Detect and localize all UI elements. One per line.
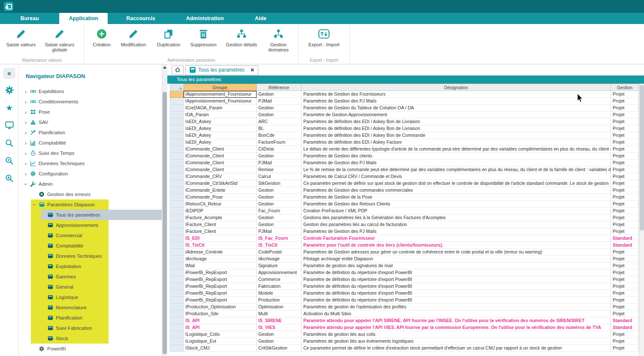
cell-reference[interactable]: CritStkGestion bbox=[257, 345, 302, 352]
cell-groupe[interactable]: IFacture_Acompte bbox=[184, 214, 257, 221]
cell-gestion[interactable]: Projet bbox=[611, 249, 639, 256]
cell-groupe[interactable]: IArchivage bbox=[184, 256, 257, 262]
cell-designation[interactable]: Paramètres de Gestion des Fournisseurs bbox=[302, 91, 611, 98]
table-row[interactable]: ICommande_ClientPJMailParamètres de Gest… bbox=[170, 160, 644, 166]
cell-designation[interactable]: Ce paramètre permet de définir sur quel … bbox=[302, 180, 611, 187]
menu-tab-bureau[interactable]: Bureau bbox=[0, 13, 59, 24]
cell-reference[interactable]: Remise bbox=[257, 166, 302, 173]
cell-reference[interactable]: Commerce bbox=[257, 276, 302, 283]
tree-item-pose[interactable]: ›Pose bbox=[19, 107, 162, 117]
cell-gestion[interactable]: Projet bbox=[611, 214, 639, 221]
cell-groupe[interactable]: ICreDAOA_Param bbox=[184, 105, 257, 112]
tree-item-parametres-diapason[interactable]: ›Paramètres Diapason bbox=[19, 199, 162, 210]
cell-designation[interactable]: Paramètre de gestion des signatures de m… bbox=[302, 262, 611, 269]
cell-designation[interactable]: Paramètres de Gestion des PJ Mails bbox=[302, 98, 611, 105]
chevron-collapsed-icon[interactable]: › bbox=[22, 119, 29, 126]
close-tab-icon[interactable]: × bbox=[251, 67, 254, 73]
tab-tous-les-parametres[interactable]: Tous les paramètres × bbox=[185, 65, 258, 75]
cell-designation[interactable]: Paramètres de Calcul CRV / Commande et D… bbox=[302, 173, 611, 180]
cell-groupe[interactable]: IsEDI_Askey bbox=[184, 125, 257, 132]
table-row[interactable]: IFacture_ClientPJMailParamètres de Gesti… bbox=[170, 228, 644, 235]
cell-reference[interactable]: BL bbox=[257, 125, 302, 132]
duplication-button[interactable]: Duplication bbox=[153, 27, 184, 47]
cell-designation[interactable]: Paramètre de définition du répertoire d'… bbox=[302, 297, 611, 304]
row-selector-cell[interactable] bbox=[170, 153, 184, 160]
cell-designation[interactable]: Paramètres de gestion liés aux événement… bbox=[302, 338, 611, 345]
cell-designation[interactable]: Paramètres de définition des EDI / Askey… bbox=[302, 132, 611, 139]
scroll-up-arrow-icon[interactable] bbox=[162, 64, 167, 70]
cell-designation[interactable]: Paramètres de Gestion du Tableur de Créa… bbox=[302, 105, 611, 112]
cell-gestion[interactable]: Projet bbox=[611, 221, 639, 228]
cell-groupe[interactable]: ICommande_Client bbox=[184, 166, 257, 173]
table-row[interactable]: IAdresse_ControleCodePostalParamètres de… bbox=[170, 249, 644, 256]
table-row[interactable]: IApprovisionnement_FournisseurGestionPar… bbox=[170, 91, 644, 98]
cell-groupe[interactable]: ILogistique_Evt bbox=[184, 338, 257, 345]
zoom-plus-icon[interactable] bbox=[3, 172, 16, 184]
column-header-reference[interactable]: Référence bbox=[257, 84, 302, 91]
table-row[interactable]: iPowerBi_RepExportCommerceParamètre de d… bbox=[170, 276, 644, 283]
row-selector-cell[interactable] bbox=[170, 290, 184, 297]
cell-reference[interactable]: PJMail bbox=[257, 160, 302, 166]
row-selector-cell[interactable] bbox=[170, 228, 184, 235]
cell-groupe[interactable]: ICommande_Client bbox=[184, 146, 257, 153]
row-selector-cell[interactable] bbox=[170, 112, 184, 118]
cell-gestion[interactable]: Projet bbox=[611, 112, 639, 118]
cell-groupe[interactable]: IFacture_Client bbox=[184, 221, 257, 228]
cell-reference[interactable]: Gestion bbox=[257, 214, 302, 221]
cell-designation[interactable]: Paramètre pour l'outil de controle des t… bbox=[302, 242, 611, 249]
menu-tab-administration[interactable]: Administration bbox=[174, 13, 236, 24]
table-row[interactable]: iPowerBi_RepExportProductionParamètre de… bbox=[170, 297, 644, 304]
cell-groupe[interactable]: iPowerBi_RepExport bbox=[184, 290, 257, 297]
chevron-collapsed-icon[interactable]: › bbox=[22, 130, 29, 136]
cell-gestion[interactable]: Projet bbox=[611, 139, 639, 146]
cell-gestion[interactable]: Projet bbox=[611, 338, 639, 345]
cell-gestion[interactable]: Standard bbox=[611, 317, 639, 324]
tree-item-powerbi[interactable]: PowerBI bbox=[19, 344, 162, 354]
creation-button[interactable]: Création bbox=[89, 27, 114, 47]
cell-designation[interactable]: Paramètre de définition du répertoire d'… bbox=[302, 290, 611, 297]
modification-button[interactable]: Modification bbox=[117, 27, 150, 47]
cell-designation[interactable]: Paramètres de Gestion des Retours Client… bbox=[302, 201, 611, 208]
row-selector-cell[interactable] bbox=[170, 242, 184, 249]
cell-reference[interactable]: CodePostal bbox=[257, 249, 302, 256]
chevron-collapsed-icon[interactable]: › bbox=[22, 99, 29, 105]
tree-item-donnees-techniques[interactable]: Données Techniques bbox=[19, 251, 162, 261]
column-header-groupe[interactable]: Groupe bbox=[184, 84, 257, 91]
table-row[interactable]: IApprovisionnement_FournisseurPJMailPara… bbox=[170, 98, 644, 105]
table-row[interactable]: iPowerBi_RepExportApprovisionnementParam… bbox=[170, 269, 644, 276]
cell-groupe[interactable]: IEDIPDP bbox=[184, 208, 257, 214]
cell-reference[interactable]: Gestion bbox=[257, 112, 302, 118]
cell-gestion[interactable]: Projet bbox=[611, 125, 639, 132]
row-selector-cell[interactable] bbox=[170, 317, 184, 324]
tree-item-admin[interactable]: ›Admin bbox=[19, 179, 162, 189]
cell-groupe[interactable]: ICommande_Pose bbox=[184, 194, 257, 201]
row-selector-cell[interactable] bbox=[170, 132, 184, 139]
chevron-collapsed-icon[interactable]: › bbox=[22, 140, 29, 146]
tree-item-expeditions[interactable]: ›Expéditions bbox=[19, 86, 162, 97]
cell-gestion[interactable]: Standard bbox=[611, 242, 639, 249]
table-row[interactable]: IStock_CMJCritStkGestionCe parametre per… bbox=[170, 345, 644, 352]
cell-gestion[interactable]: Projet bbox=[611, 132, 639, 139]
table-row[interactable]: IsEDI_AskeyFactureFournParamètres de déf… bbox=[170, 139, 644, 146]
table-row[interactable]: IS_TieCtlIS_TieCtlParamètre pour l'outil… bbox=[170, 242, 644, 249]
cell-groupe[interactable]: ICommande_Entete bbox=[184, 187, 257, 194]
suppression-button[interactable]: Suppression bbox=[187, 27, 220, 47]
chevron-collapsed-icon[interactable]: › bbox=[22, 150, 29, 157]
row-selector-cell[interactable] bbox=[170, 125, 184, 132]
row-selector-cell[interactable] bbox=[170, 283, 184, 290]
cell-gestion[interactable]: Projet bbox=[611, 262, 639, 269]
cell-gestion[interactable]: Projet bbox=[611, 194, 639, 201]
cell-designation[interactable]: Gestion des paramètres liés au calcul de… bbox=[302, 221, 611, 228]
table-row[interactable]: IsEDI_AskeyBonCdeParamètres de définitio… bbox=[170, 132, 644, 139]
grid-scrollbar-thumb[interactable] bbox=[640, 85, 644, 231]
row-selector-cell[interactable] bbox=[170, 269, 184, 276]
favorites-star-icon[interactable]: ★ bbox=[3, 101, 16, 114]
cell-reference[interactable]: PJMail bbox=[257, 228, 302, 235]
table-row[interactable]: ICommande_EnteteGestionParamètres de Ges… bbox=[170, 187, 644, 194]
cell-gestion[interactable]: Projet bbox=[611, 208, 639, 214]
table-row[interactable]: IRetourCli_RetourGestionParamètres de Ge… bbox=[170, 201, 644, 208]
cell-designation[interactable]: Paramètres de Gestion des PJ Mails bbox=[302, 228, 611, 235]
cell-reference[interactable]: Fac_Fourn bbox=[257, 208, 302, 214]
row-selector-cell[interactable] bbox=[170, 187, 184, 194]
cell-reference[interactable]: ARC bbox=[257, 118, 302, 125]
